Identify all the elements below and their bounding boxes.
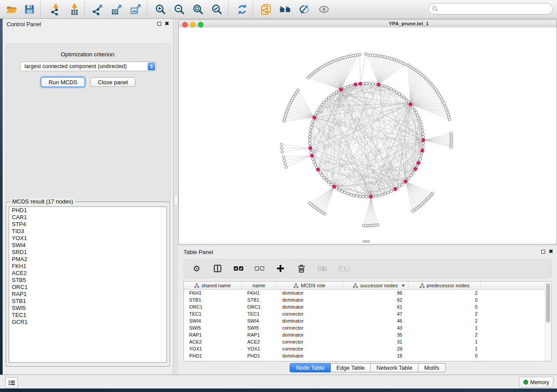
network-node[interactable] xyxy=(314,163,317,166)
mcds-node[interactable] xyxy=(354,83,357,86)
network-node[interactable] xyxy=(343,191,346,194)
network-leaf-node[interactable] xyxy=(448,118,451,120)
mcds-node[interactable] xyxy=(339,88,343,91)
network-node[interactable] xyxy=(362,82,365,85)
network-leaf-node[interactable] xyxy=(282,156,285,158)
mcds-node[interactable] xyxy=(313,116,316,119)
zoom-fit-icon[interactable] xyxy=(191,3,204,16)
mcds-result-item[interactable]: FKH1 xyxy=(9,263,166,270)
mcds-node[interactable] xyxy=(414,167,417,170)
column-header-successor-nodes[interactable]: successor nodes xyxy=(343,282,408,289)
maximize-traffic-light[interactable] xyxy=(198,22,204,28)
export-network-icon[interactable] xyxy=(91,3,104,16)
mcds-node[interactable] xyxy=(377,83,380,86)
network-node[interactable] xyxy=(315,111,318,114)
import-table-icon[interactable] xyxy=(68,3,81,16)
network-node[interactable] xyxy=(390,190,392,193)
column-header-name[interactable]: name xyxy=(242,282,277,289)
network-node[interactable] xyxy=(308,142,311,144)
network-node[interactable] xyxy=(310,151,312,154)
network-node[interactable] xyxy=(338,189,340,191)
mcds-node[interactable] xyxy=(421,149,424,152)
tab-edge-table[interactable]: Edge Table xyxy=(331,363,371,372)
table-row[interactable]: YOX1YOX1connector291 xyxy=(184,345,545,352)
zoom-in-icon[interactable] xyxy=(154,3,167,16)
mcds-result-list[interactable]: PHD1CAR1STP4TID3YOX1SWI4SRD1PMA2FKH1ACE2… xyxy=(9,206,167,363)
mcds-node[interactable] xyxy=(417,162,420,165)
zoom-out-icon[interactable] xyxy=(173,3,186,16)
mcds-result-item[interactable]: GCR1 xyxy=(9,319,166,326)
mcds-result-item[interactable]: TID3 xyxy=(9,228,166,235)
network-leaf-node[interactable] xyxy=(308,202,311,204)
network-node[interactable] xyxy=(349,84,352,87)
table-row[interactable]: ORC1ORC1dominator610 xyxy=(184,303,545,310)
network-node[interactable] xyxy=(421,126,423,129)
network-node[interactable] xyxy=(349,193,352,196)
network-node[interactable] xyxy=(371,83,374,85)
network-node[interactable] xyxy=(362,196,365,198)
network-node[interactable] xyxy=(384,193,387,195)
open-icon[interactable] xyxy=(5,3,18,16)
mcds-list-scrollbar[interactable] xyxy=(161,207,166,362)
eye-icon[interactable] xyxy=(317,3,330,16)
network-node[interactable] xyxy=(375,195,377,197)
network-node[interactable] xyxy=(390,88,392,90)
network-node[interactable] xyxy=(346,85,349,88)
mcds-node[interactable] xyxy=(409,103,412,106)
network-leaf-node[interactable] xyxy=(358,53,361,56)
save-icon[interactable] xyxy=(23,3,36,16)
zoom-selected-icon[interactable] xyxy=(210,3,223,16)
mcds-result-item[interactable]: SRD1 xyxy=(9,249,166,256)
mcds-node[interactable] xyxy=(422,138,425,141)
network-node[interactable] xyxy=(398,185,401,188)
network-window-titlebar[interactable]: YPA_prune.txt_1 xyxy=(179,20,557,28)
network-leaf-node[interactable] xyxy=(283,159,286,162)
export-table-icon[interactable] xyxy=(110,3,123,16)
close-traffic-light[interactable] xyxy=(182,22,188,28)
duplicate-network-icon[interactable] xyxy=(259,3,273,16)
network-node[interactable] xyxy=(359,195,361,198)
mcds-node[interactable] xyxy=(316,168,319,171)
network-node[interactable] xyxy=(321,174,323,177)
network-leaf-node[interactable] xyxy=(362,224,365,227)
network-leaf-node[interactable] xyxy=(285,165,287,168)
network-node[interactable] xyxy=(313,161,315,163)
close-icon[interactable]: ✖ xyxy=(165,21,169,27)
export-image-icon[interactable] xyxy=(129,3,142,16)
network-node[interactable] xyxy=(321,103,323,106)
table-row[interactable]: TEC1TEC1connector472 xyxy=(184,310,545,317)
deselect-all-icon[interactable] xyxy=(254,263,265,274)
network-node[interactable] xyxy=(412,172,414,174)
tab-node-table[interactable]: Node Table xyxy=(290,363,331,372)
network-leaf-node[interactable] xyxy=(281,151,284,153)
network-node[interactable] xyxy=(421,129,424,132)
table-row[interactable]: SWI5SWI5connector431 xyxy=(184,324,545,331)
mcds-node[interactable] xyxy=(359,82,362,85)
column-header-shared-name[interactable]: shared name xyxy=(184,282,242,289)
network-node[interactable] xyxy=(408,177,410,179)
network-canvas[interactable] xyxy=(179,28,557,244)
network-node[interactable] xyxy=(387,191,390,194)
network-node[interactable] xyxy=(310,126,312,129)
delete-row-icon[interactable] xyxy=(296,263,307,274)
float-icon[interactable] xyxy=(541,250,545,254)
network-node[interactable] xyxy=(325,179,328,182)
settings-icon[interactable]: ⚙ xyxy=(191,263,202,274)
mcds-result-item[interactable]: STP4 xyxy=(9,221,166,228)
table-scrollbar-thumb[interactable] xyxy=(546,283,550,323)
network-node[interactable] xyxy=(353,194,355,197)
panel-selector-button[interactable] xyxy=(5,377,18,388)
network-leaf-node[interactable] xyxy=(297,89,299,92)
network-node[interactable] xyxy=(343,86,346,89)
network-node[interactable] xyxy=(365,82,368,85)
network-node[interactable] xyxy=(323,101,325,103)
network-node[interactable] xyxy=(319,106,322,109)
network-node[interactable] xyxy=(309,132,311,135)
mcds-node[interactable] xyxy=(394,187,397,190)
network-node[interactable] xyxy=(308,136,311,138)
network-node[interactable] xyxy=(330,94,332,97)
column-layout-icon[interactable] xyxy=(212,263,223,274)
mcds-node[interactable] xyxy=(404,180,407,183)
network-node[interactable] xyxy=(356,195,358,197)
search-box[interactable] xyxy=(428,3,553,14)
